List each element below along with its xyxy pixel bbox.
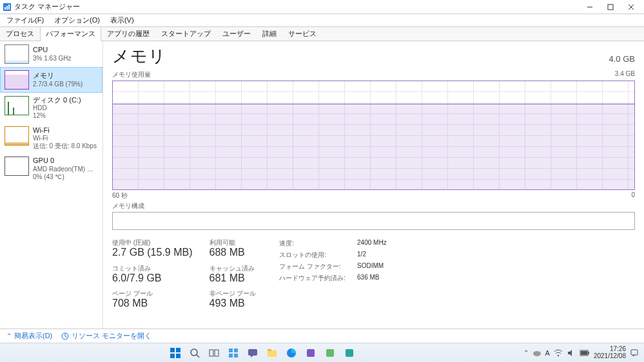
pinned-app-1-icon[interactable] <box>302 345 319 361</box>
sidebar-item-memory[interactable]: メモリ 2.7/3.4 GB (79%) <box>0 67 102 93</box>
task-view-icon[interactable] <box>206 345 222 361</box>
chat-icon[interactable] <box>244 345 261 361</box>
wifi-tray-icon[interactable] <box>554 348 563 357</box>
search-icon[interactable] <box>186 345 203 361</box>
commit-label: コミット済み <box>112 265 193 272</box>
svg-rect-21 <box>229 354 233 357</box>
tab-processes[interactable]: プロセス <box>0 26 40 41</box>
svg-rect-5 <box>608 5 613 10</box>
svg-point-31 <box>558 354 559 356</box>
detail-capacity: 4.0 GB <box>609 54 635 64</box>
svg-rect-28 <box>326 349 334 357</box>
avail-label: 利用可能 <box>210 239 257 247</box>
detail-title: メモリ <box>112 45 166 68</box>
system-tray: ⌃ A 17:26 2021/12/08 <box>523 346 639 359</box>
tray-chevron-icon[interactable]: ⌃ <box>523 349 529 356</box>
volume-tray-icon[interactable] <box>567 348 576 357</box>
clock[interactable]: 17:26 2021/12/08 <box>594 346 626 359</box>
fewer-details-label: 簡易表示(D) <box>14 331 52 341</box>
memory-composition-bar <box>112 212 635 230</box>
start-button[interactable] <box>167 345 184 361</box>
menu-view[interactable]: 表示(V) <box>106 14 138 26</box>
open-resource-monitor-label: リソース モニターを開く <box>72 331 151 341</box>
cache-label: キャッシュ済み <box>210 265 257 272</box>
nonpaged-value: 493 MB <box>210 298 257 309</box>
chart-axis-right: 0 <box>631 191 635 200</box>
svg-rect-17 <box>210 350 213 356</box>
memory-mini-graph-icon <box>5 70 29 90</box>
sidebar-item-gpu[interactable]: GPU 0 AMD Radeon(TM) … 0% (43 ℃) <box>0 153 102 184</box>
taskbar: ⌃ A 17:26 2021/12/08 <box>0 343 644 362</box>
svg-rect-13 <box>170 354 175 358</box>
main-area: CPU 3% 1.63 GHz メモリ 2.7/3.4 GB (79%) ディス… <box>0 41 644 329</box>
widgets-icon[interactable] <box>225 345 242 361</box>
menubar: ファイル(F) オプション(O) 表示(V) <box>0 14 644 27</box>
hwreserved-label: ハードウェア予約済み: <box>279 274 346 283</box>
minimize-button[interactable] <box>580 0 600 14</box>
svg-line-16 <box>197 355 199 357</box>
ime-indicator[interactable]: A <box>545 349 550 357</box>
svg-rect-11 <box>170 348 175 352</box>
sidebar-item-disk[interactable]: ディスク 0 (C:) HDD 12% <box>0 93 102 123</box>
chart-axis-left: 60 秒 <box>112 191 128 200</box>
inuse-label: 使用中 (圧縮) <box>112 239 193 247</box>
svg-rect-1 <box>5 7 6 10</box>
wifi-mini-graph-icon <box>5 126 29 146</box>
tab-app-history[interactable]: アプリの履歴 <box>101 26 155 41</box>
open-resource-monitor-button[interactable]: リソース モニターを開く <box>61 331 151 341</box>
pinned-app-2-icon[interactable] <box>322 345 338 361</box>
hwreserved-value: 636 MB <box>357 274 387 283</box>
tab-startup[interactable]: スタートアップ <box>155 26 217 41</box>
cache-value: 681 MB <box>210 272 257 284</box>
onedrive-icon[interactable] <box>532 348 542 357</box>
disk-mini-graph-icon <box>5 96 29 115</box>
tab-performance[interactable]: パフォーマンス <box>40 26 101 41</box>
svg-rect-20 <box>234 348 238 352</box>
menu-file[interactable]: ファイル(F) <box>3 14 48 26</box>
cpu-mini-graph-icon <box>5 44 29 64</box>
sidebar-item-cpu[interactable]: CPU 3% 1.63 GHz <box>0 41 102 67</box>
window-title: タスク マネージャー <box>14 2 80 12</box>
gpu-mini-graph-icon <box>5 157 29 176</box>
sidebar-cpu-sub: 3% 1.63 GHz <box>33 55 71 62</box>
commit-value: 6.0/7.9 GB <box>112 272 193 284</box>
svg-rect-29 <box>346 349 353 357</box>
svg-rect-14 <box>176 354 181 358</box>
battery-tray-icon[interactable] <box>580 349 590 357</box>
explorer-icon[interactable] <box>264 345 280 361</box>
svg-rect-19 <box>229 348 233 352</box>
svg-rect-33 <box>588 352 589 354</box>
menu-options[interactable]: オプション(O) <box>50 14 104 26</box>
sidebar-mem-title: メモリ <box>33 71 83 80</box>
sidebar-disk-sub2: 12% <box>33 112 81 120</box>
sidebar-mem-sub: 2.7/3.4 GB (79%) <box>33 81 83 88</box>
fewer-details-button[interactable]: ⌃ 簡易表示(D) <box>6 331 52 341</box>
pinned-app-3-icon[interactable] <box>341 345 358 361</box>
sidebar-item-wifi[interactable]: Wi-Fi Wi-Fi 送信: 0 受信: 8.0 Kbps <box>0 123 102 153</box>
window-footer: ⌃ 簡易表示(D) リソース モニターを開く <box>0 329 644 343</box>
tab-users[interactable]: ユーザー <box>217 26 257 41</box>
sidebar-cpu-title: CPU <box>33 46 71 54</box>
close-button[interactable] <box>621 0 641 14</box>
pagedpool-value: 708 MB <box>112 298 193 309</box>
svg-rect-27 <box>307 349 315 357</box>
inuse-value: 2.7 GB (15.9 MB) <box>112 247 193 258</box>
chart-label-top-left: メモリ使用量 <box>112 70 151 79</box>
nonpaged-label: 非ページ プール <box>210 290 257 298</box>
slots-value: 1/2 <box>357 251 387 260</box>
speed-value: 2400 MHz <box>357 239 387 248</box>
slots-label: スロットの使用: <box>279 251 346 260</box>
edge-icon[interactable] <box>283 345 300 361</box>
notifications-icon[interactable] <box>630 348 639 357</box>
tab-details[interactable]: 詳細 <box>257 26 282 41</box>
perf-sidebar: CPU 3% 1.63 GHz メモリ 2.7/3.4 GB (79%) ディス… <box>0 41 103 329</box>
svg-rect-24 <box>268 350 277 357</box>
svg-rect-22 <box>234 354 238 357</box>
memory-composition-label: メモリ構成 <box>112 202 635 211</box>
resource-monitor-icon <box>61 332 69 340</box>
tabstrip: プロセス パフォーマンス アプリの履歴 スタートアップ ユーザー 詳細 サービス <box>0 27 644 41</box>
form-value: SODIMM <box>357 262 387 271</box>
tab-services[interactable]: サービス <box>282 26 322 41</box>
maximize-button[interactable] <box>600 0 621 14</box>
svg-point-15 <box>191 349 197 356</box>
